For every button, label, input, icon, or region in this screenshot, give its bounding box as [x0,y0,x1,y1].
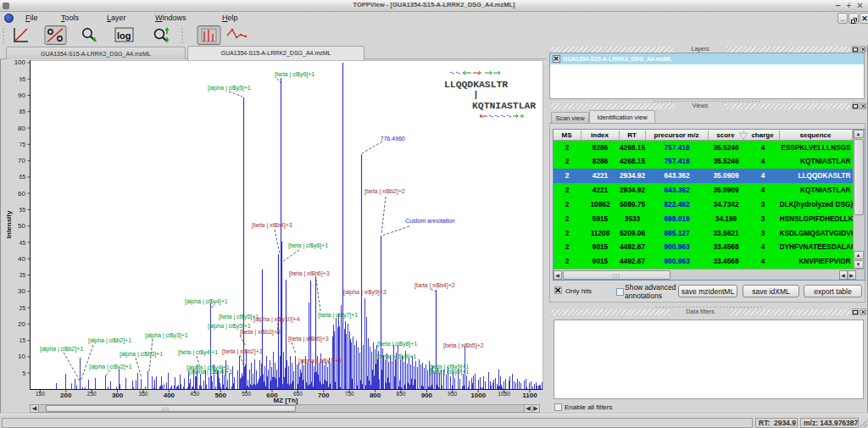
svg-text:95: 95 [19,76,26,82]
svg-text:65: 65 [19,174,26,180]
svg-text:|: | [473,90,479,100]
svg-text:50: 50 [18,222,25,230]
svg-text:776.4960: 776.4960 [381,135,405,142]
svg-text:750: 750 [345,391,354,397]
svg-text:[alpha | ci$b2]+1: [alpha | ci$b2]+1 [88,336,131,344]
svg-text:900: 900 [421,392,433,399]
svg-text:[beta | xi$b2]+3: [beta | xi$b2]+3 [222,347,263,355]
svg-text:90: 90 [18,92,25,99]
svg-text:30: 30 [18,287,25,295]
svg-text:75: 75 [19,142,26,147]
svg-text:Custom annotation: Custom annotation [405,217,455,225]
svg-text:650: 650 [293,391,303,397]
svg-text:[beta | ci$y8]+1: [beta | ci$y8]+1 [376,353,416,360]
svg-text:45: 45 [19,240,26,246]
svg-text:[alpha | xi$y9]+3: [alpha | xi$y9]+3 [343,288,387,296]
svg-text:[beta | ci$y4]+1: [beta | ci$y4]+1 [178,348,218,356]
svg-text:[beta | xi$b5]+2: [beta | xi$b5]+2 [443,342,484,349]
svg-text:800: 800 [370,392,381,399]
svg-text:80: 80 [18,125,25,132]
svg-text:[alpha | ci$y5]+1: [alpha | ci$y5]+1 [208,84,251,92]
svg-text:250: 250 [87,391,97,397]
svg-text:15: 15 [19,337,26,343]
svg-text:[alpha | ci$b2]+1: [alpha | ci$b2]+1 [40,345,83,353]
svg-text:[beta | xi$b5]+3: [beta | xi$b5]+3 [288,335,329,342]
svg-text:950: 950 [448,391,457,397]
svg-text:20: 20 [18,320,25,328]
svg-text:60: 60 [18,190,25,197]
svg-text:[beta | xi$b4]+2: [beta | xi$b4]+2 [415,281,455,289]
svg-text:1100: 1100 [522,392,537,399]
svg-text:[alpha | ci$y3]+1: [alpha | ci$y3]+1 [145,331,188,339]
svg-text:[beta | ci$y8]+1: [beta | ci$y8]+1 [377,340,417,347]
svg-text:1000: 1000 [470,392,486,399]
svg-text:40: 40 [18,255,25,263]
svg-text:[beta | xi$b3]+3: [beta | xi$b3]+3 [240,328,281,336]
svg-text:500: 500 [215,392,227,399]
svg-text:[beta | xi$b2]+2: [beta | xi$b2]+2 [364,187,405,195]
svg-text:1050: 1050 [498,391,510,397]
svg-text:5: 5 [22,370,25,376]
svg-text:55: 55 [19,207,26,213]
svg-text:10: 10 [18,353,25,360]
svg-text:[alpha | xi$y7]+3: [alpha | xi$y7]+3 [298,357,342,364]
svg-text:450: 450 [190,391,199,397]
svg-text:KQTNIASTLAR: KQTNIASTLAR [472,101,536,111]
svg-text:[alpha | ci$y2]+1: [alpha | ci$y2]+1 [89,363,132,370]
svg-text:200: 200 [60,392,72,399]
svg-text:350: 350 [139,391,148,397]
svg-text:150: 150 [36,391,45,397]
svg-text:35: 35 [19,272,26,278]
svg-text:[beta | ci$y7]+1: [beta | ci$y7]+1 [318,311,358,319]
svg-text:25: 25 [19,305,26,311]
svg-text:300: 300 [112,392,124,399]
svg-text:550: 550 [242,391,251,397]
svg-text:[beta | xi$b4]+3: [beta | xi$b4]+3 [252,221,292,229]
svg-text:[beta | ci$y6]+1: [beta | ci$y6]+1 [275,70,314,78]
svg-text:850: 850 [397,391,406,397]
svg-text:400: 400 [164,392,175,399]
svg-text:70: 70 [18,157,25,164]
svg-text:[alpha | ci$y4]+1: [alpha | ci$y4]+1 [185,297,228,305]
svg-text:LLQQDKASLTR: LLQQDKASLTR [444,80,508,90]
svg-text:[beta | ci$y9]+1: [beta | ci$y9]+1 [429,368,469,375]
svg-text:[alpha | ci$b4]+1: [alpha | ci$b4]+1 [189,368,232,375]
svg-text:[beta | ci$y6]+1: [beta | ci$y6]+1 [288,242,328,249]
svg-text:[alpha | ci$b3]+1: [alpha | ci$b3]+1 [120,350,163,358]
svg-text:Intensity: Intensity [5,210,13,238]
svg-text:[alpha | xi$y10]+4: [alpha | xi$y10]+4 [253,315,300,323]
svg-text:700: 700 [318,392,330,399]
svg-text:100: 100 [14,58,26,66]
svg-text:85: 85 [19,108,26,114]
svg-text:[beta | xi$b6]+3: [beta | xi$b6]+3 [289,270,330,277]
